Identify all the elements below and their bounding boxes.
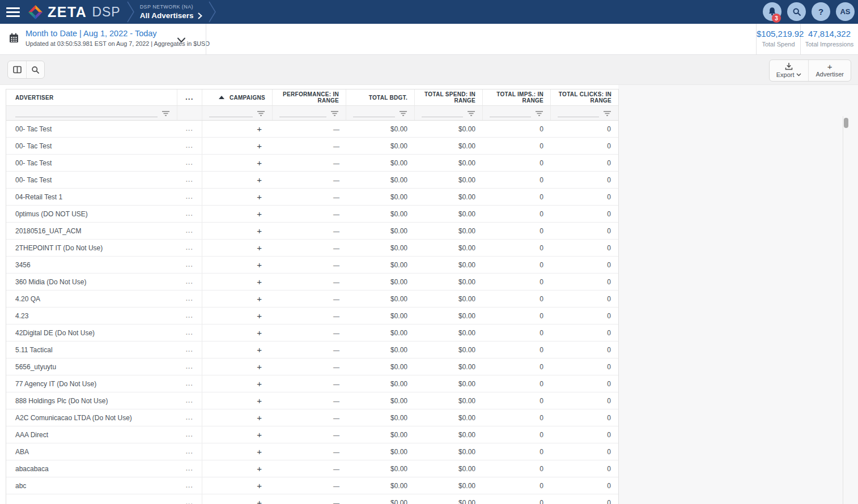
expand-campaigns-button[interactable]: +: [202, 121, 273, 137]
expand-campaigns-button[interactable]: +: [202, 172, 273, 188]
expand-campaigns-button[interactable]: +: [202, 189, 273, 205]
row-menu-button[interactable]: ...: [177, 375, 202, 392]
advertiser-name[interactable]: 888 Holdings Plc (Do Not Use): [6, 392, 177, 409]
row-menu-button[interactable]: ...: [177, 477, 202, 494]
row-menu-button[interactable]: ...: [177, 206, 202, 222]
row-menu-button[interactable]: ...: [177, 409, 202, 426]
row-menu-button[interactable]: ...: [177, 291, 202, 307]
filter-input-budget[interactable]: [353, 109, 395, 117]
advertiser-name[interactable]: A2C Comunicacao LTDA (Do Not Use): [6, 409, 177, 426]
row-menu-button[interactable]: ...: [177, 189, 202, 205]
column-header-clicks[interactable]: TOTAL CLICKS: IN RANGE: [551, 89, 618, 105]
filter-lines-icon[interactable]: [162, 110, 170, 117]
row-menu-button[interactable]: ...: [177, 460, 202, 477]
search-button[interactable]: [787, 2, 806, 21]
scrollbar-track[interactable]: [843, 116, 843, 504]
breadcrumb-page-link[interactable]: All Advertisers: [140, 12, 202, 20]
expand-campaigns-button[interactable]: +: [202, 477, 273, 494]
expand-campaigns-button[interactable]: +: [202, 138, 273, 154]
user-avatar[interactable]: AS: [836, 2, 855, 21]
filter-lines-icon[interactable]: [399, 110, 407, 117]
advertiser-name[interactable]: 2THEPOINT IT (Do Not Use): [6, 240, 177, 256]
export-button[interactable]: Export: [770, 60, 809, 81]
columns-button[interactable]: [8, 61, 26, 78]
column-header-impressions[interactable]: TOTAL IMPS.: IN RANGE: [483, 89, 551, 105]
advertiser-name[interactable]: 42Digital DE (Do Not Use): [6, 324, 177, 341]
filter-lines-icon[interactable]: [535, 110, 543, 117]
filter-lines-icon[interactable]: [603, 110, 611, 117]
row-menu-button[interactable]: ...: [177, 155, 202, 171]
expand-campaigns-button[interactable]: +: [202, 341, 273, 358]
row-menu-button[interactable]: ...: [177, 138, 202, 154]
advertiser-name[interactable]: 3456: [6, 257, 177, 273]
row-menu-button[interactable]: ...: [177, 358, 202, 375]
expand-campaigns-button[interactable]: +: [202, 307, 273, 324]
expand-campaigns-button[interactable]: +: [202, 460, 273, 477]
row-menu-button[interactable]: ...: [177, 240, 202, 256]
column-header-advertiser[interactable]: ADVERTISER: [6, 89, 177, 105]
advertiser-name[interactable]: 4.23: [6, 307, 177, 324]
expand-campaigns-button[interactable]: +: [202, 223, 273, 239]
row-menu-button[interactable]: ...: [177, 172, 202, 188]
advertiser-name[interactable]: 00- Tac Test: [6, 155, 177, 171]
filter-lines-icon[interactable]: [257, 110, 265, 117]
advertiser-name[interactable]: [6, 494, 177, 504]
menu-icon[interactable]: [6, 7, 20, 17]
filter-input-spend[interactable]: [422, 109, 463, 117]
column-header-menu[interactable]: ...: [177, 89, 202, 105]
expand-campaigns-button[interactable]: +: [202, 375, 273, 392]
filter-lines-icon[interactable]: [467, 110, 475, 117]
column-header-budget[interactable]: TOTAL BDGT.: [346, 89, 415, 105]
row-menu-button[interactable]: ...: [177, 324, 202, 341]
advertiser-name[interactable]: 20180516_UAT_ACM: [6, 223, 177, 239]
help-button[interactable]: ?: [812, 2, 830, 21]
advertiser-name[interactable]: 4.20 QA: [6, 291, 177, 307]
expand-campaigns-button[interactable]: +: [202, 494, 273, 504]
brand-logo[interactable]: ZETA DSP: [28, 4, 121, 20]
advertiser-name[interactable]: abc: [6, 477, 177, 494]
row-menu-button[interactable]: ...: [177, 223, 202, 239]
chevron-down-icon[interactable]: [177, 37, 186, 43]
row-menu-button[interactable]: ...: [177, 274, 202, 290]
column-header-campaigns[interactable]: CAMPAIGNS: [202, 89, 273, 105]
expand-campaigns-button[interactable]: +: [202, 206, 273, 222]
filter-input-performance[interactable]: [279, 109, 326, 117]
row-menu-button[interactable]: ...: [177, 494, 202, 504]
row-menu-button[interactable]: ...: [177, 121, 202, 137]
row-menu-button[interactable]: ...: [177, 307, 202, 324]
row-menu-button[interactable]: ...: [177, 341, 202, 358]
advertiser-name[interactable]: 5.11 Tactical: [6, 341, 177, 358]
advertiser-name[interactable]: 77 Agency IT (Do Not Use): [6, 375, 177, 392]
advertiser-name[interactable]: 04-Retail Test 1: [6, 189, 177, 205]
filter-lines-icon[interactable]: [330, 110, 339, 117]
filter-input-impressions[interactable]: [490, 109, 531, 117]
expand-campaigns-button[interactable]: +: [202, 392, 273, 409]
expand-campaigns-button[interactable]: +: [202, 257, 273, 273]
expand-campaigns-button[interactable]: +: [202, 291, 273, 307]
expand-campaigns-button[interactable]: +: [202, 443, 273, 460]
expand-campaigns-button[interactable]: +: [202, 274, 273, 290]
column-header-performance[interactable]: PERFORMANCE: IN RANGE: [273, 89, 346, 105]
expand-campaigns-button[interactable]: +: [202, 240, 273, 256]
row-menu-button[interactable]: ...: [177, 257, 202, 273]
advertiser-name[interactable]: 00- Tac Test: [6, 172, 177, 188]
column-header-spend[interactable]: TOTAL SPEND: IN RANGE: [415, 89, 483, 105]
expand-campaigns-button[interactable]: +: [202, 426, 273, 443]
row-menu-button[interactable]: ...: [177, 392, 202, 409]
table-search-button[interactable]: [26, 61, 44, 78]
advertiser-name[interactable]: AAA Direct: [6, 426, 177, 443]
expand-campaigns-button[interactable]: +: [202, 324, 273, 341]
advertiser-name[interactable]: 5656_utyuytu: [6, 358, 177, 375]
filter-input-clicks[interactable]: [558, 109, 599, 117]
scrollbar-thumb[interactable]: [844, 118, 848, 128]
row-menu-button[interactable]: ...: [177, 426, 202, 443]
advertiser-name[interactable]: abacabaca: [6, 460, 177, 477]
expand-campaigns-button[interactable]: +: [202, 358, 273, 375]
advertiser-name[interactable]: ABA: [6, 443, 177, 460]
advertiser-name[interactable]: 0ptimus (DO NOT USE): [6, 206, 177, 222]
row-menu-button[interactable]: ...: [177, 443, 202, 460]
filter-input-advertiser[interactable]: [15, 109, 158, 117]
advertiser-name[interactable]: 00- Tac Test: [6, 138, 177, 154]
advertiser-name[interactable]: 00- Tac Test: [6, 121, 177, 137]
advertiser-name[interactable]: 360 Midia (Do Not Use): [6, 274, 177, 290]
